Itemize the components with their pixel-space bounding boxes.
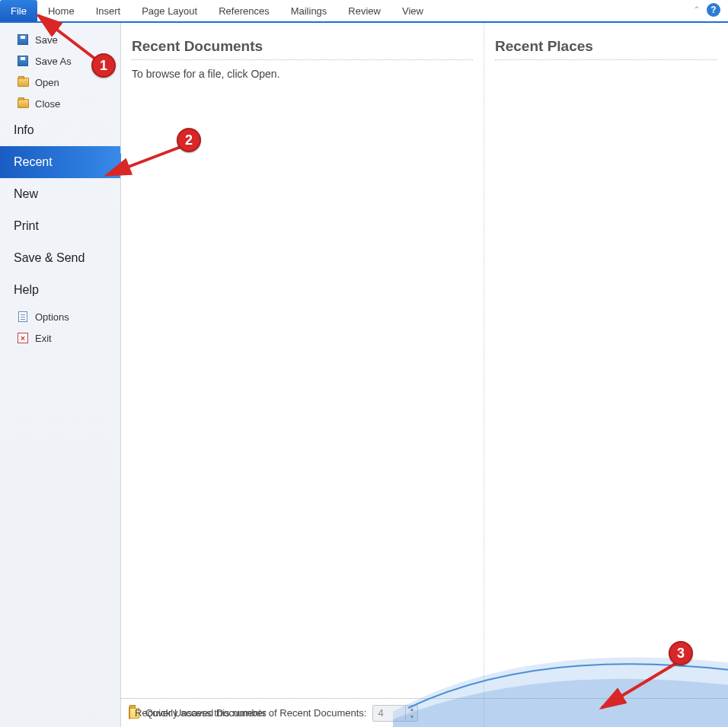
sidebar-item-label: Exit xyxy=(35,333,52,344)
backstage-sidebar: Save Save As Open Close Info Recent New … xyxy=(0,23,121,727)
folder-open-icon xyxy=(129,707,130,719)
sidebar-item-label: Options xyxy=(35,311,69,323)
options-icon xyxy=(17,311,29,323)
sidebar-help[interactable]: Help xyxy=(0,274,120,306)
tab-view[interactable]: View xyxy=(391,0,434,21)
recent-documents-hint: To browse for a file, click Open. xyxy=(132,68,473,80)
tab-insert[interactable]: Insert xyxy=(85,0,132,21)
help-icon[interactable]: ? xyxy=(707,3,720,17)
sidebar-open[interactable]: Open xyxy=(0,72,120,93)
tab-file[interactable]: File xyxy=(0,0,37,21)
sidebar-exit[interactable]: × Exit xyxy=(0,327,120,349)
sidebar-close[interactable]: Close xyxy=(0,93,120,114)
backstage-main: Recent Documents To browse for a file, c… xyxy=(121,23,728,727)
sidebar-item-label: Save As xyxy=(35,56,72,67)
recent-places-column: Recent Places Recover Unsaved Documents xyxy=(484,23,728,727)
tab-home[interactable]: Home xyxy=(37,0,85,21)
tab-review[interactable]: Review xyxy=(337,0,391,21)
sidebar-save[interactable]: Save xyxy=(0,29,120,50)
recent-documents-column: Recent Documents To browse for a file, c… xyxy=(121,23,484,727)
sidebar-save-as[interactable]: Save As xyxy=(0,50,120,72)
recover-unsaved-label: Recover Unsaved Documents xyxy=(135,707,267,719)
sidebar-recent[interactable]: Recent xyxy=(0,146,120,178)
minimize-ribbon-icon[interactable]: ⌃ xyxy=(693,5,701,15)
sidebar-item-label: Open xyxy=(35,77,59,88)
sidebar-new[interactable]: New xyxy=(0,178,120,210)
tab-references[interactable]: References xyxy=(208,0,279,21)
sidebar-info[interactable]: Info xyxy=(0,114,120,146)
folder-close-icon xyxy=(17,97,29,110)
recent-documents-header: Recent Documents xyxy=(132,38,473,60)
tab-page-layout[interactable]: Page Layout xyxy=(131,0,208,21)
save-as-icon xyxy=(17,55,29,67)
sidebar-save-send[interactable]: Save & Send xyxy=(0,242,120,274)
recent-places-header: Recent Places xyxy=(495,38,717,60)
tab-mailings[interactable]: Mailings xyxy=(280,0,338,21)
exit-icon: × xyxy=(17,332,29,344)
folder-open-icon xyxy=(17,76,29,88)
save-icon xyxy=(17,33,29,46)
ribbon-tabs: File Home Insert Page Layout References … xyxy=(0,0,728,23)
sidebar-print[interactable]: Print xyxy=(0,210,120,242)
sidebar-options[interactable]: Options xyxy=(0,306,120,327)
sidebar-item-label: Save xyxy=(35,34,58,46)
sidebar-item-label: Close xyxy=(35,98,60,110)
recover-unsaved-button[interactable]: Recover Unsaved Documents xyxy=(129,707,267,719)
